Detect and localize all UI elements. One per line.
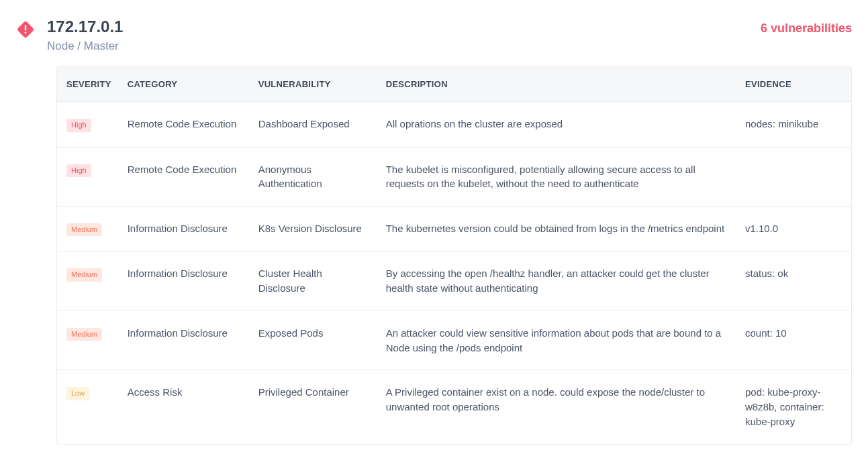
cell-evidence: v1.10.0 <box>737 207 851 251</box>
severity-badge: Medium <box>66 328 102 341</box>
cell-vulnerability: Exposed Pods <box>250 311 378 370</box>
table-row: MediumInformation DisclosureExposed Pods… <box>57 311 851 370</box>
col-header-evidence: EVIDENCE <box>737 67 851 102</box>
cell-description: An attacker could view sensitive informa… <box>378 311 737 370</box>
cell-category: Remote Code Execution <box>119 147 250 207</box>
cell-description: The kubelet is misconfigured, potentiall… <box>378 147 737 207</box>
severity-badge: Medium <box>66 223 102 236</box>
severity-badge: Low <box>66 387 89 400</box>
cell-category: Information Disclosure <box>119 311 250 370</box>
cell-severity: Medium <box>57 251 119 311</box>
vulnerability-count: 6 vulnerabilities <box>761 21 852 36</box>
alert-icon <box>16 20 35 42</box>
svg-rect-1 <box>25 25 26 31</box>
node-ip: 172.17.0.1 <box>47 16 749 37</box>
table-row: MediumInformation DisclosureK8s Version … <box>57 207 851 251</box>
cell-evidence: nodes: minikube <box>737 102 851 147</box>
col-header-category: CATEGORY <box>119 67 250 102</box>
col-header-severity: SEVERITY <box>57 67 119 102</box>
cell-description: A Privileged container exist on a node. … <box>378 370 737 444</box>
cell-vulnerability: Anonymous Authentication <box>250 147 378 207</box>
severity-badge: High <box>66 119 91 131</box>
severity-badge: Medium <box>66 268 102 281</box>
node-subtitle: Node / Master <box>47 40 749 53</box>
vulnerability-report: 172.17.0.1 Node / Master 6 vulnerabiliti… <box>16 16 852 445</box>
cell-category: Information Disclosure <box>119 251 250 311</box>
cell-vulnerability: K8s Version Disclosure <box>250 207 378 251</box>
table-row: HighRemote Code ExecutionDashboard Expos… <box>57 102 851 147</box>
cell-description: All oprations on the cluster are exposed <box>378 102 737 147</box>
cell-severity: Medium <box>57 311 119 370</box>
col-header-vulnerability: VULNERABILITY <box>250 67 378 102</box>
cell-evidence: pod: kube-proxy-w8z8b, container: kube-p… <box>737 370 851 444</box>
cell-evidence <box>737 147 851 207</box>
cell-evidence: status: ok <box>737 251 851 311</box>
cell-severity: High <box>57 147 119 207</box>
cell-description: The kubernetes version could be obtained… <box>378 207 737 251</box>
col-header-description: DESCRIPTION <box>378 67 737 102</box>
cell-category: Remote Code Execution <box>119 102 250 147</box>
cell-category: Access Risk <box>119 370 250 444</box>
cell-severity: High <box>57 102 119 147</box>
cell-vulnerability: Cluster Health Disclosure <box>250 251 378 311</box>
cell-vulnerability: Privileged Container <box>250 370 378 444</box>
vulnerability-table: SEVERITY CATEGORY VULNERABILITY DESCRIPT… <box>57 67 851 444</box>
cell-evidence: count: 10 <box>737 311 851 370</box>
table-row: LowAccess RiskPrivileged ContainerA Priv… <box>57 370 851 444</box>
table-row: HighRemote Code ExecutionAnonymous Authe… <box>57 147 851 207</box>
severity-badge: High <box>66 164 91 177</box>
vulnerability-table-wrap: SEVERITY CATEGORY VULNERABILITY DESCRIPT… <box>56 66 852 445</box>
table-row: MediumInformation DisclosureCluster Heal… <box>57 251 851 311</box>
cell-description: By accessing the open /healthz handler, … <box>378 251 737 311</box>
svg-point-2 <box>25 32 27 34</box>
cell-category: Information Disclosure <box>119 207 250 251</box>
cell-vulnerability: Dashboard Exposed <box>250 102 378 147</box>
table-header-row: SEVERITY CATEGORY VULNERABILITY DESCRIPT… <box>57 67 851 102</box>
cell-severity: Medium <box>57 207 119 251</box>
cell-severity: Low <box>57 370 119 444</box>
header-text: 172.17.0.1 Node / Master <box>47 16 749 53</box>
report-header: 172.17.0.1 Node / Master 6 vulnerabiliti… <box>16 16 852 53</box>
